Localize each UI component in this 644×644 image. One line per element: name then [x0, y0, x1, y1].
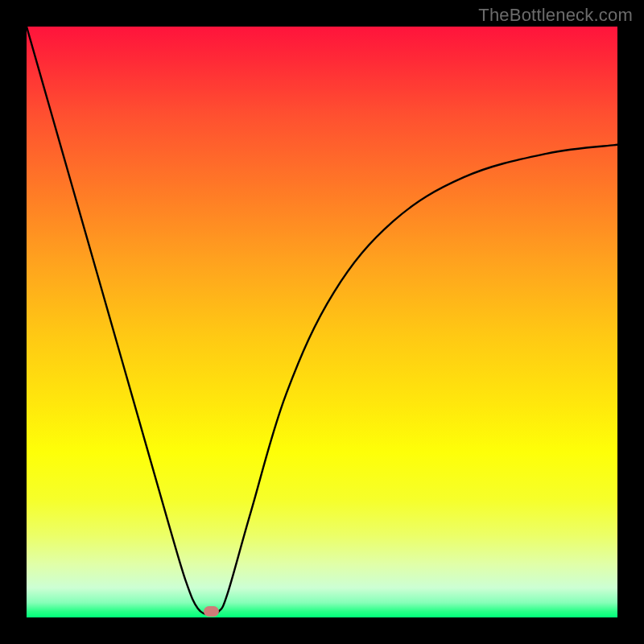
curve-path	[27, 27, 617, 615]
chart-plot-area	[27, 27, 617, 617]
bottleneck-curve	[27, 27, 617, 617]
watermark-text: TheBottleneck.com	[478, 5, 633, 26]
minimum-marker	[204, 606, 219, 617]
